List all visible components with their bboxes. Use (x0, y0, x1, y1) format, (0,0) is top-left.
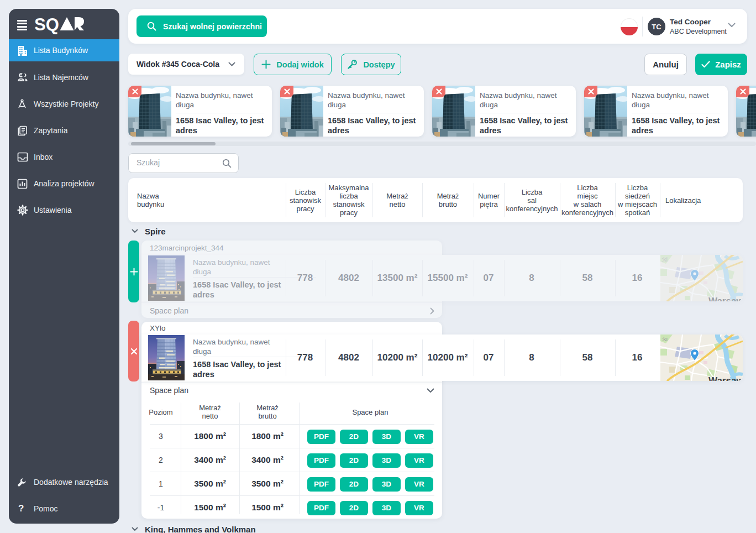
svg-text:SQ: SQ (35, 17, 59, 34)
